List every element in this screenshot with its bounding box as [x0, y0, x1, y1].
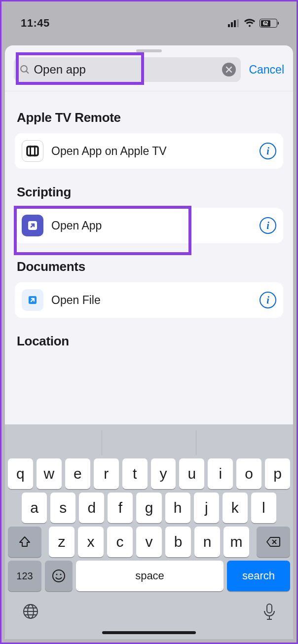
cancel-button[interactable]: Cancel [249, 63, 284, 76]
backspace-key[interactable] [257, 527, 290, 557]
key-i[interactable]: i [208, 458, 233, 489]
key-l[interactable]: l [251, 492, 276, 523]
svg-rect-10 [34, 146, 36, 156]
close-icon [225, 66, 232, 73]
result-label: Open File [51, 294, 252, 307]
result-row-appletv[interactable]: Open App on Apple TV i [15, 133, 283, 169]
key-g[interactable]: g [136, 492, 161, 523]
key-h[interactable]: h [165, 492, 190, 523]
key-k[interactable]: k [223, 492, 248, 523]
result-row-openfile[interactable]: Open File i [15, 282, 283, 318]
status-time: 11:45 [21, 17, 50, 30]
svg-rect-2 [234, 20, 236, 27]
key-q[interactable]: q [8, 458, 33, 489]
wifi-icon [244, 19, 256, 28]
key-u[interactable]: u [179, 458, 204, 489]
key-p[interactable]: p [265, 458, 290, 489]
emoji-icon [51, 568, 66, 583]
result-label: Open App [51, 219, 252, 232]
key-r[interactable]: r [94, 458, 119, 489]
info-button[interactable]: i [260, 143, 276, 159]
result-label: Open App on Apple TV [51, 145, 252, 158]
svg-point-4 [21, 66, 27, 72]
section-title: Apple TV Remote [7, 96, 291, 131]
search-field[interactable] [14, 57, 241, 82]
openfile-icon [22, 289, 43, 311]
svg-point-17 [60, 574, 62, 575]
svg-line-5 [26, 71, 29, 74]
openapp-icon [22, 215, 43, 236]
space-key[interactable]: space [76, 561, 224, 591]
svg-rect-1 [231, 22, 233, 27]
key-t[interactable]: t [122, 458, 148, 489]
search-clear-button[interactable] [222, 63, 236, 76]
emoji-key[interactable] [45, 561, 73, 591]
key-x[interactable]: x [78, 527, 104, 557]
key-v[interactable]: v [136, 527, 162, 557]
sheet-grabber[interactable] [136, 49, 162, 52]
key-f[interactable]: f [108, 492, 133, 523]
search-input[interactable] [34, 63, 218, 76]
search-row: Cancel [5, 55, 293, 91]
svg-rect-9 [30, 146, 31, 156]
search-icon [20, 64, 30, 75]
key-a[interactable]: a [22, 492, 47, 523]
battery-icon: 62 [260, 19, 277, 28]
svg-rect-21 [267, 604, 272, 613]
key-e[interactable]: e [65, 458, 90, 489]
svg-rect-0 [228, 24, 230, 27]
svg-rect-8 [27, 147, 38, 155]
autocorrect-bar[interactable] [8, 430, 290, 455]
home-indicator[interactable] [102, 631, 196, 634]
numeric-key[interactable]: 123 [8, 561, 41, 591]
key-n[interactable]: n [194, 527, 220, 557]
section-title: Documents [7, 245, 291, 280]
svg-rect-3 [237, 19, 239, 27]
svg-point-15 [53, 570, 65, 582]
svg-point-16 [56, 574, 58, 575]
key-c[interactable]: c [107, 527, 133, 557]
statusbar: 11:45 62 [5, 5, 293, 41]
dictation-icon[interactable] [262, 603, 276, 621]
info-button[interactable]: i [260, 292, 276, 308]
key-s[interactable]: s [50, 492, 75, 523]
backspace-icon [266, 536, 281, 547]
shift-key[interactable] [8, 527, 41, 557]
key-o[interactable]: o [236, 458, 261, 489]
key-w[interactable]: w [37, 458, 62, 489]
search-sheet: Cancel Apple TV Remote Open App on Apple… [5, 45, 293, 639]
info-button[interactable]: i [260, 217, 276, 234]
key-z[interactable]: z [49, 527, 74, 557]
section-title: Scripting [7, 171, 291, 206]
section-title: Location [7, 320, 291, 355]
search-key[interactable]: search [227, 561, 290, 591]
cell-signal-icon [228, 19, 240, 27]
appletv-icon [22, 140, 43, 162]
shift-icon [18, 535, 31, 548]
result-row-openapp[interactable]: Open App i [15, 208, 283, 243]
kb-row3: zxcvbnm [8, 527, 290, 557]
globe-icon[interactable] [22, 603, 39, 620]
keyboard[interactable]: qwertyuiop asdfghjkl zxcvbnm 123 space s… [5, 424, 293, 639]
key-y[interactable]: y [151, 458, 176, 489]
key-b[interactable]: b [165, 527, 191, 557]
key-d[interactable]: d [79, 492, 104, 523]
key-j[interactable]: j [194, 492, 219, 523]
status-right: 62 [228, 19, 277, 28]
key-m[interactable]: m [224, 527, 249, 557]
